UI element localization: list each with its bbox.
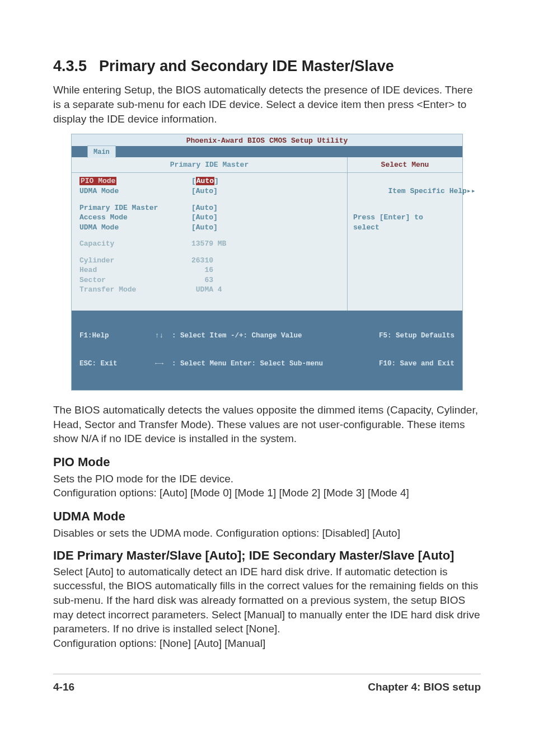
bios-footer: F1:Help ESC: Exit ↑↓ : Select Item ←→ : … xyxy=(72,311,462,390)
bios-settings-panel: PIO Mode [Auto] UDMA Mode [Auto] Primary… xyxy=(72,173,348,310)
after-bios-paragraph: The BIOS automatically detects the value… xyxy=(53,403,481,446)
bios-row-pio-mode[interactable]: PIO Mode [Auto] xyxy=(79,176,339,186)
ide-master-slave-config: Configuration options: [None] [Auto] [Ma… xyxy=(53,636,481,651)
bios-screenshot: Phoenix-Award BIOS CMOS Setup Utility Ma… xyxy=(71,134,463,391)
pio-mode-heading: PIO Mode xyxy=(53,454,481,471)
pio-mode-config: Configuration options: [Auto] [Mode 0] [… xyxy=(53,486,481,500)
bios-tab-main[interactable]: Main xyxy=(87,145,116,158)
bios-key-arrows-h: ←→ : Select Menu xyxy=(155,359,231,369)
bios-key-esc: ESC: Exit xyxy=(79,359,155,369)
bios-key-arrows-v: ↑↓ : Select Item xyxy=(155,331,231,341)
bios-row-cylinder: Cylinder 26310 xyxy=(79,256,339,266)
bios-value: [Auto] xyxy=(191,213,218,223)
bios-row-head: Head 16 xyxy=(79,265,339,275)
bios-help-text: Press [Enter] to xyxy=(353,213,457,223)
bios-value: Auto xyxy=(196,177,214,185)
bios-label: Primary IDE Master xyxy=(79,203,191,213)
bios-value: [Auto] xyxy=(191,186,218,196)
bios-select-menu-title: Select Menu xyxy=(348,157,462,173)
bios-label: Capacity xyxy=(79,239,191,249)
bios-row-capacity: Capacity 13579 MB xyxy=(79,239,339,249)
bios-row-udma-mode[interactable]: UDMA Mode [Auto] xyxy=(79,186,339,196)
ide-master-slave-text: Select [Auto] to automatically detect an… xyxy=(53,565,481,636)
bios-label: Access Mode xyxy=(79,213,191,223)
bios-key-enter: Enter: Select Sub-menu xyxy=(231,359,379,369)
bios-row-sector: Sector 63 xyxy=(79,275,339,285)
section-number: 4.3.5 xyxy=(53,58,87,74)
bios-label: Cylinder xyxy=(79,256,191,266)
arrow-right-icon: ▸▸ xyxy=(467,187,476,195)
bios-help-text: select xyxy=(353,223,457,233)
bios-row-primary-ide-master[interactable]: Primary IDE Master [Auto] xyxy=(79,203,339,213)
bios-value: UDMA 4 xyxy=(191,285,222,295)
bios-key-f1: F1:Help xyxy=(79,331,155,341)
bios-row-access-mode[interactable]: Access Mode [Auto] xyxy=(79,213,339,223)
section-title-text: Primary and Secondary IDE Master/Slave xyxy=(99,58,394,74)
bios-key-f5: F5: Setup Defaults xyxy=(379,331,455,341)
pio-mode-text: Sets the PIO mode for the IDE device. xyxy=(53,472,481,486)
bios-value: [Auto] xyxy=(191,203,218,213)
bios-value: 16 xyxy=(191,265,213,275)
intro-paragraph: While entering Setup, the BIOS automatic… xyxy=(53,83,481,126)
bios-key-f10: F10: Save and Exit xyxy=(379,359,455,369)
bios-label: Sector xyxy=(79,275,191,285)
ide-master-slave-heading: IDE Primary Master/Slave [Auto]; IDE Sec… xyxy=(53,548,481,564)
page-number: 4-16 xyxy=(53,680,74,694)
bios-value: [Auto] xyxy=(191,223,218,233)
udma-mode-heading: UDMA Mode xyxy=(53,508,481,525)
bios-value: 26310 xyxy=(191,256,213,266)
bios-panel-title: Primary IDE Master xyxy=(72,157,348,173)
bios-help-panel: Item Specific Help▸▸ Press [Enter] to se… xyxy=(348,173,462,310)
bios-row-udma-mode-2[interactable]: UDMA Mode [Auto] xyxy=(79,223,339,233)
bios-value: 13579 MB xyxy=(191,239,226,249)
bios-value: 63 xyxy=(191,275,213,285)
bios-help-header: Item Specific Help xyxy=(388,187,466,195)
bios-utility-title: Phoenix-Award BIOS CMOS Setup Utility xyxy=(72,134,462,146)
udma-mode-text: Disables or sets the UDMA mode. Configur… xyxy=(53,526,481,541)
section-heading: 4.3.5Primary and Secondary IDE Master/Sl… xyxy=(53,56,481,76)
bios-label: PIO Mode xyxy=(79,177,116,185)
bios-row-transfer-mode: Transfer Mode UDMA 4 xyxy=(79,285,339,295)
bios-key-change: -/+: Change Value xyxy=(231,331,379,341)
bios-label: UDMA Mode xyxy=(79,186,191,196)
bios-panel-header: Primary IDE Master Select Menu xyxy=(72,157,462,173)
bios-tab-row: Main xyxy=(72,146,462,157)
bios-label: UDMA Mode xyxy=(79,223,191,233)
bios-label: Head xyxy=(79,265,191,275)
bios-label: Transfer Mode xyxy=(79,285,191,295)
chapter-label: Chapter 4: BIOS setup xyxy=(368,680,481,694)
page-footer: 4-16 Chapter 4: BIOS setup xyxy=(53,674,481,694)
